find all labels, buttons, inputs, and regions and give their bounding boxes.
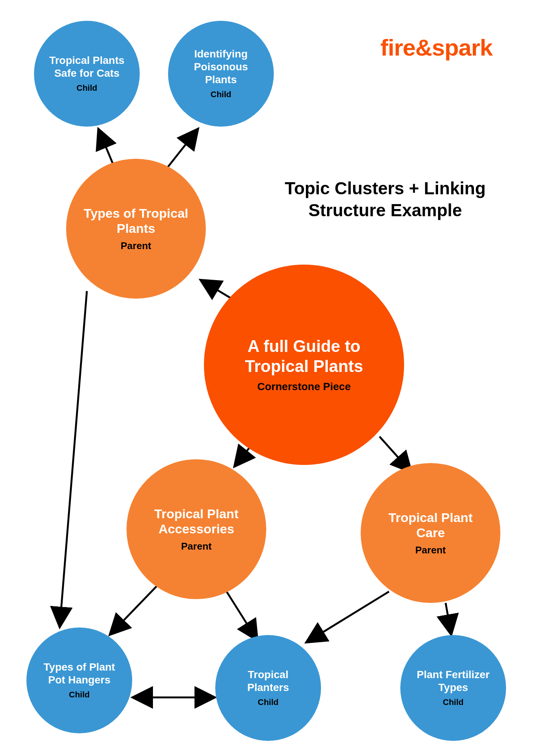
edge (446, 603, 451, 635)
node-title: Types of Tropical Plants (80, 206, 192, 237)
node-child-poison: Identifying Poisonous Plants Child (168, 21, 274, 127)
node-child-cats: Tropical Plants Safe for Cats Child (34, 21, 140, 127)
node-title: A full Guide to Tropical Plants (221, 336, 387, 376)
node-role: Parent (415, 544, 446, 556)
node-child-fertilizer: Plant Fertilizer Types Child (400, 635, 506, 741)
node-role: Child (443, 697, 464, 707)
node-title: Types of Plant Pot Hangers (39, 661, 120, 686)
edge (60, 291, 87, 627)
node-cornerstone: A full Guide to Tropical Plants Cornerst… (204, 265, 404, 465)
node-role: Child (211, 90, 232, 99)
node-title: Tropical Planters (227, 668, 309, 694)
node-role: Child (258, 697, 279, 707)
node-parent-care: Tropical Plant Care Parent (361, 463, 500, 603)
node-parent-types: Types of Tropical Plants Parent (66, 159, 206, 299)
node-role: Parent (121, 240, 151, 252)
node-title: Tropical Plant Care (375, 510, 487, 541)
node-role: Parent (181, 541, 212, 552)
diagram-canvas: fire&spark Topic Clusters + Linking Stru… (0, 0, 534, 756)
edge (227, 592, 258, 641)
node-role: Child (77, 83, 97, 93)
node-child-hangers: Types of Plant Pot Hangers Child (26, 627, 132, 733)
node-parent-accessories: Tropical Plant Accessories Parent (127, 459, 266, 599)
node-title: Tropical Plants Safe for Cats (46, 54, 128, 79)
edge (306, 592, 389, 643)
node-child-planters: Tropical Planters Child (215, 635, 321, 741)
logo: fire&spark (380, 34, 492, 61)
node-role: Child (69, 690, 90, 700)
node-title: Tropical Plant Accessories (140, 506, 253, 537)
edge (110, 580, 162, 635)
node-title: Plant Fertilizer Types (412, 668, 494, 694)
node-role: Cornerstone Piece (257, 380, 350, 393)
diagram-title: Topic Clusters + Linking Structure Examp… (272, 178, 499, 221)
node-title: Identifying Poisonous Plants (180, 48, 262, 86)
